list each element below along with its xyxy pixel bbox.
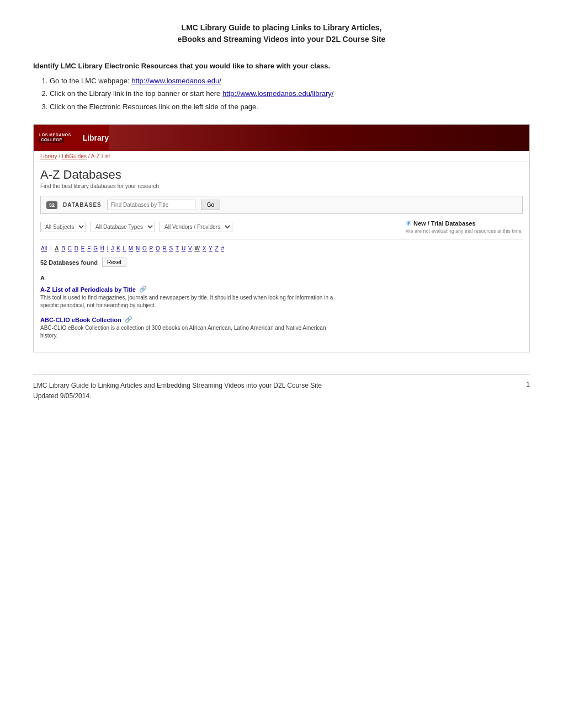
breadcrumb-libguides[interactable]: LibGuides [62,153,87,159]
lib-trial-section: ✳ New / Trial Databases We are not evalu… [406,220,523,234]
alpha-p[interactable]: P [150,245,153,251]
db-item-desc-abcclio: ABC-CLIO eBook Collection is a collectio… [40,324,338,340]
alpha-c[interactable]: C [68,245,72,251]
lib-page-subtitle: Find the best library databases for your… [40,183,523,189]
alpha-x[interactable]: X [203,245,206,251]
lib-db-count-badge: 52 [46,201,57,209]
step2-text-before: Click on the Library link in the top ban… [50,89,222,98]
steps-list: Go to the LMC webpage: http://www.losmed… [50,74,530,113]
alpha-b[interactable]: B [61,245,65,251]
lib-logo-top: LOS MEDANOS [39,133,71,137]
alpha-j[interactable]: J [111,245,114,251]
lib-trial-subtext: We are not evaluating any trial resource… [406,228,523,234]
breadcrumb-library[interactable]: Library [40,153,57,159]
alpha-all[interactable]: All [41,245,47,251]
library-screenshot: LOS MEDANOS COLLEGE Library Library / Li… [33,124,530,352]
document-title: LMC Library Guide to placing Links to Li… [33,22,530,45]
link-icon: 🔗 [139,286,147,293]
step-2: Click on the Library link in the top ban… [50,87,530,100]
alpha-n[interactable]: N [136,245,140,251]
step1-text-before: Go to the LMC webpage: [50,77,131,85]
alpha-o[interactable]: O [142,245,147,251]
alpha-hash[interactable]: # [221,245,224,251]
list-item: A-Z List of all Periodicals by Title 🔗 T… [40,286,523,309]
title-line2: eBooks and Streaming Videos into your D2… [178,35,386,44]
alpha-i[interactable]: I [107,245,109,251]
breadcrumb-azlist: A-Z List [91,153,110,159]
lib-go-button[interactable]: Go [201,200,220,210]
alpha-a[interactable]: A [55,245,59,251]
footer-page-number: 1 [526,381,530,388]
alpha-k[interactable]: K [116,245,120,251]
alpha-e[interactable]: E [81,245,85,251]
alpha-w[interactable]: W [194,245,199,251]
step2-link[interactable]: http://www.losmedanos.edu/library/ [222,89,334,98]
lib-breadcrumb: Library / LibGuides / A-Z List [34,151,529,162]
db-item-title-abcclio[interactable]: ABC-CLIO eBook Collection [40,317,121,323]
db-item-title-az-periodicals[interactable]: A-Z List of all Periodicals by Title [40,286,136,293]
alpha-u[interactable]: U [182,245,185,251]
step1-link[interactable]: http://www.losmedanos.edu/ [131,77,221,85]
alpha-s[interactable]: S [169,245,173,251]
lib-page-title: A-Z Databases [40,168,523,182]
alpha-m[interactable]: M [129,245,133,251]
lib-trial-heading-text: New / Trial Databases [413,220,476,227]
alpha-g[interactable]: G [93,245,98,251]
lib-trial-heading: ✳ New / Trial Databases [406,220,476,227]
list-item: ABC-CLIO eBook Collection 🔗 ABC-CLIO eBo… [40,316,523,340]
lib-header-library-label: Library [77,133,109,142]
identify-section: Identify LMC Library Electronic Resource… [33,62,530,113]
step-1: Go to the LMC webpage: http://www.losmed… [50,74,530,87]
lib-subjects-filter[interactable]: All Subjects [40,222,86,232]
alpha-f[interactable]: F [87,245,91,251]
identify-heading: Identify LMC Library Electronic Resource… [33,62,530,70]
title-line1: LMC Library Guide to placing Links to Li… [182,23,382,32]
lib-logo-box: LOS MEDANOS COLLEGE [34,130,77,146]
footer-text: LMC Library Guide to Linking Articles an… [33,381,322,402]
footer-line1: LMC Library Guide to Linking Articles an… [33,381,322,391]
lib-types-filter[interactable]: All Database Types [91,222,155,232]
lib-content: A-Z Databases Find the best library data… [34,162,529,352]
db-item-desc-az-periodicals: This tool is used to find magazines, jou… [40,294,338,309]
alpha-v[interactable]: V [188,245,192,251]
alpha-r[interactable]: R [163,245,167,251]
lib-section-letter-a: A [40,275,523,281]
lib-results-count: 52 Databases found [40,259,98,266]
lib-filters-row: All Subjects All Database Types All Vend… [40,220,523,240]
db-item-header: ABC-CLIO eBook Collection 🔗 [40,316,523,323]
lib-search-bar: 52 DATABASES Go [40,196,523,214]
snowflake-icon: ✳ [406,220,411,227]
lib-reset-button[interactable]: Reset [102,258,126,267]
doc-footer: LMC Library Guide to Linking Articles an… [33,374,530,402]
alpha-t[interactable]: T [176,245,179,251]
lib-vendors-filter[interactable]: All Vendors / Providers [160,222,232,232]
footer-line2: Updated 9/05/2014. [33,391,322,402]
lib-db-count-label: DATABASES [63,202,102,208]
lib-alpha-nav: All | A B C D E F G H I J K L [40,244,523,253]
link-icon: 🔗 [125,316,132,323]
alpha-h[interactable]: H [100,245,104,251]
db-item-header: A-Z List of all Periodicals by Title 🔗 [40,286,523,293]
lib-logo-bottom: COLLEGE [39,137,64,143]
alpha-d[interactable]: D [75,245,78,251]
lib-header-image [109,125,529,151]
alpha-z[interactable]: Z [215,245,219,251]
alpha-y[interactable]: Y [209,245,213,251]
step-3: Click on the Electronic Resources link o… [50,100,530,113]
lib-results-header: 52 Databases found Reset [40,258,523,267]
lib-header: LOS MEDANOS COLLEGE Library [34,125,529,151]
alpha-l[interactable]: L [123,245,126,251]
lib-search-input[interactable] [107,200,195,210]
alpha-q[interactable]: Q [156,245,160,251]
